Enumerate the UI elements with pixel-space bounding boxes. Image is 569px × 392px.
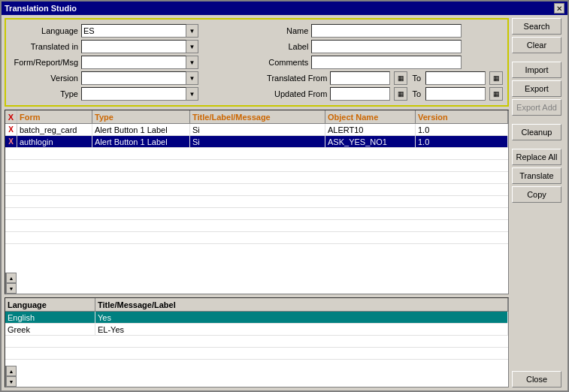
right-panel: Search Clear Import Export Export Add Cl…: [512, 18, 564, 387]
dropdown-icon2: ▼: [189, 44, 195, 50]
list-item[interactable]: [5, 336, 508, 348]
comments-label: Comments: [256, 58, 308, 67]
lower-grid-vscroll: ▲ ▼: [5, 366, 16, 387]
translated-to-input[interactable]: [425, 71, 486, 85]
table-row[interactable]: [5, 184, 508, 196]
lower-header-language: Language: [5, 298, 95, 311]
table-row[interactable]: [5, 160, 508, 172]
translate-button[interactable]: Translate: [512, 167, 561, 184]
comments-row: Comments: [256, 56, 503, 69]
cleanup-button[interactable]: Cleanup: [512, 124, 561, 140]
main-grid-body: X batch_reg_card Alert Button 1 Label Si…: [5, 124, 508, 273]
main-grid-header: X Form Type Title/Label/Message Object N…: [5, 110, 508, 124]
dropdown-icon: ▼: [189, 28, 195, 35]
form-report-dropdown-btn[interactable]: ▼: [186, 56, 198, 69]
main-grid-vscroll: ▲ ▼: [5, 273, 16, 294]
header-objectname: Object Name: [325, 110, 416, 123]
translated-to-cal-btn[interactable]: ▦: [489, 71, 503, 85]
form-report-label: Form/Report/Msg: [11, 58, 78, 67]
dropdown-icon3: ▼: [189, 59, 195, 66]
name-label: Name: [256, 26, 308, 35]
translated-from-cal-btn[interactable]: ▦: [394, 71, 407, 85]
header-type: Type: [92, 110, 190, 123]
export-button[interactable]: Export: [512, 80, 561, 97]
table-row[interactable]: [5, 172, 508, 184]
translated-in-field-group: ▼: [81, 40, 198, 53]
import-button[interactable]: Import: [512, 62, 561, 78]
updated-from-row: Updated From ▦ To ▦: [256, 87, 503, 101]
language-field-group: ▼: [81, 24, 198, 38]
label-label: Label: [256, 42, 308, 51]
form-report-row: Form/Report/Msg ▼: [11, 56, 248, 69]
header-version: Version: [416, 110, 508, 123]
language-dropdown-btn[interactable]: ▼: [186, 24, 198, 38]
replace-all-button[interactable]: Replace All: [512, 149, 561, 165]
comments-input[interactable]: [311, 56, 462, 69]
translated-from-input[interactable]: [330, 71, 390, 85]
table-row[interactable]: X batch_reg_card Alert Button 1 Label Si…: [5, 124, 508, 136]
form-report-input[interactable]: [81, 56, 186, 69]
table-row[interactable]: [5, 232, 508, 244]
close-window-btn[interactable]: ✕: [554, 3, 564, 14]
search-button[interactable]: Search: [512, 18, 561, 35]
main-scroll-down[interactable]: ▼: [6, 283, 17, 294]
lower-scroll-down[interactable]: ▼: [6, 376, 17, 387]
copy-button[interactable]: Copy: [512, 186, 561, 203]
window-title: Translation Studio: [5, 4, 77, 13]
version-dropdown-btn[interactable]: ▼: [186, 71, 198, 85]
lower-header-title: Title/Message/Label: [95, 298, 508, 311]
header-titlelabel: Title/Label/Message: [190, 110, 325, 123]
lower-scroll-up[interactable]: ▲: [6, 366, 17, 376]
version-input[interactable]: [81, 71, 186, 85]
updated-from-input[interactable]: [330, 87, 390, 101]
main-window: Translation Studio ✕ Language ▼ Tra: [0, 0, 569, 392]
header-x: X: [5, 110, 17, 123]
version-row: Version ▼: [11, 71, 248, 85]
list-item[interactable]: Greek EL-Yes: [5, 324, 508, 336]
language-label: Language: [11, 26, 78, 35]
table-row[interactable]: [5, 208, 508, 220]
table-row[interactable]: [5, 196, 508, 208]
main-grid-content: X Form Type Title/Label/Message Object N…: [5, 110, 508, 273]
list-item[interactable]: [5, 348, 508, 360]
calendar-icon3: ▦: [398, 90, 404, 98]
export-add-button[interactable]: Export Add: [512, 99, 561, 116]
updated-to-cal-btn[interactable]: ▦: [489, 87, 503, 101]
type-input[interactable]: [81, 87, 186, 101]
updated-to-input[interactable]: [425, 87, 486, 101]
dropdown-icon4: ▼: [189, 75, 195, 82]
list-item[interactable]: [5, 360, 508, 366]
updated-from-cal-btn[interactable]: ▦: [394, 87, 407, 101]
language-row: Language ▼: [11, 24, 248, 38]
list-item[interactable]: English Yes: [5, 312, 508, 324]
clear-button[interactable]: Clear: [512, 37, 561, 53]
version-label: Version: [11, 74, 78, 83]
translated-in-row: Translated in ▼: [11, 40, 248, 53]
main-content: Language ▼ Translated in ▼: [2, 15, 567, 390]
close-button[interactable]: Close: [512, 371, 561, 387]
left-panel: Language ▼ Translated in ▼: [5, 18, 509, 387]
lower-grid-body: English Yes Greek EL-Yes: [5, 312, 508, 366]
type-field-group: ▼: [81, 87, 198, 101]
type-label: Type: [11, 89, 78, 98]
name-input[interactable]: [311, 24, 462, 38]
table-row[interactable]: X authlogin Alert Button 1 Label Si ASK_…: [5, 136, 508, 148]
label-input[interactable]: [311, 40, 462, 53]
main-scroll-up[interactable]: ▲: [6, 273, 17, 283]
translated-from-label: Translated From: [256, 74, 327, 83]
table-row[interactable]: [5, 220, 508, 232]
translated-from-row: Translated From ▦ To ▦: [256, 71, 503, 85]
table-row[interactable]: [5, 148, 508, 160]
translated-in-dropdown-btn[interactable]: ▼: [186, 40, 198, 53]
title-bar: Translation Studio ✕: [2, 2, 567, 15]
name-row: Name: [256, 24, 503, 38]
language-input[interactable]: [81, 24, 186, 38]
calendar-icon2: ▦: [493, 74, 500, 82]
translated-in-input[interactable]: [81, 40, 186, 53]
header-form: Form: [17, 110, 92, 123]
translated-in-label: Translated in: [11, 42, 78, 51]
type-dropdown-btn[interactable]: ▼: [186, 87, 198, 101]
dropdown-icon5: ▼: [189, 91, 195, 98]
main-data-grid: X Form Type Title/Label/Message Object N…: [5, 110, 509, 294]
lower-grid-header: Language Title/Message/Label: [5, 298, 508, 312]
